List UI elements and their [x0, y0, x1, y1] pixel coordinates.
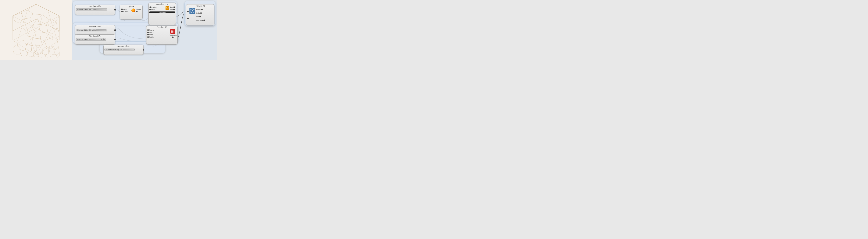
ns4-value: 14	[120, 49, 122, 51]
populate-3d-node[interactable]: Populate 3D Region Count Seed	[146, 25, 178, 45]
sphere-radius-port[interactable]	[121, 11, 123, 12]
svg-point-61	[174, 30, 175, 31]
sphere-radius-label: Radius	[123, 10, 128, 12]
ns4-label: Number Slider	[106, 49, 117, 51]
bb-title: Bounding Box	[149, 3, 176, 6]
pop3d-region-port[interactable]	[147, 29, 149, 31]
svg-point-53	[166, 7, 167, 8]
v3d-cells-port[interactable]	[200, 12, 202, 14]
ns3-value: 9	[101, 38, 102, 40]
bb-icon	[165, 6, 169, 10]
svg-point-60	[172, 30, 173, 31]
ns4-diamond	[117, 49, 120, 51]
sphere-base-port[interactable]	[121, 8, 123, 10]
pop3d-region-label: Region	[149, 29, 154, 31]
bb-plane-port[interactable]	[149, 9, 151, 10]
svg-point-66	[172, 32, 173, 33]
svg-point-64	[174, 31, 175, 32]
v3d-input2-port[interactable]	[187, 18, 189, 19]
bb-per-object: Per Object	[149, 11, 175, 14]
pop3d-output-port[interactable]	[172, 36, 174, 38]
svg-point-62	[171, 31, 172, 32]
bb-box2-label: Box	[170, 9, 173, 10]
ns3-output-port[interactable]	[114, 38, 116, 40]
v3d-boundary-port[interactable]	[204, 20, 205, 21]
pop3d-points-label: Points	[149, 36, 154, 38]
ns2-output-port[interactable]	[114, 29, 116, 31]
node-editor: Number Slider Number Slider 150 Sphere B…	[72, 0, 217, 60]
ns1-track[interactable]	[95, 9, 106, 10]
ns4-track[interactable]	[123, 49, 133, 50]
voronoi-3d-node[interactable]: Voronoi 3D	[186, 4, 214, 25]
v3d-icon	[189, 8, 195, 14]
number-slider-3-node[interactable]: Number Slider Number Slider 9	[75, 34, 115, 45]
bb-content-label: Content	[151, 6, 157, 8]
svg-point-55	[167, 8, 168, 8]
ns2-value: 133	[92, 29, 94, 31]
v3d-points-port[interactable]	[201, 9, 203, 10]
viewport	[0, 0, 72, 60]
main-area: Number Slider Number Slider 150 Sphere B…	[0, 0, 217, 60]
v3d-points-label: Points	[196, 8, 201, 10]
pop3d-count-port[interactable]	[147, 32, 149, 33]
bounding-box-node[interactable]: Bounding Box Content Plane	[148, 3, 176, 25]
bb-box1-label: Box	[170, 6, 173, 8]
ns3-slider[interactable]: Number Slider 9	[76, 38, 106, 41]
bb-plane-label: Plane	[151, 9, 155, 10]
v3d-boundary-label: Boundary	[196, 19, 203, 21]
ns2-label: Number Slider	[78, 29, 88, 31]
bb-box2-port[interactable]	[173, 9, 175, 10]
pop3d-points-port[interactable]	[147, 36, 149, 38]
ns2-title: Number Slider	[75, 25, 115, 28]
ns3-track[interactable]	[89, 39, 100, 40]
svg-point-65	[171, 32, 172, 33]
number-slider-4-node[interactable]: Number Slider Number Slider 14	[103, 45, 144, 55]
ns3-title: Number Slider	[75, 34, 115, 37]
v3d-box-port[interactable]	[199, 16, 201, 18]
svg-point-59	[171, 30, 172, 31]
sphere-out-label: Sphere	[136, 9, 141, 10]
pop3d-seed-label: Seed	[149, 34, 153, 36]
pop3d-count-label: Count	[149, 31, 153, 33]
ns1-label: Number Slider	[78, 9, 88, 10]
ns3-diamond	[102, 38, 105, 41]
pop3d-seed-port[interactable]	[147, 34, 149, 35]
svg-point-57	[168, 9, 169, 9]
ns1-value: 150	[92, 9, 94, 10]
ns1-output-port[interactable]	[114, 9, 116, 10]
sphere-title: Sphere	[120, 5, 143, 8]
number-slider-1-node[interactable]: Number Slider Number Slider 150	[75, 5, 115, 15]
ns1-diamond	[89, 9, 91, 11]
v3d-cells-label: Cells	[196, 12, 200, 14]
number-slider-2-node[interactable]: Number Slider Number Slider 133	[75, 25, 115, 35]
ns1-title: Number Slider	[75, 5, 115, 8]
v3d-input1-port[interactable]	[187, 10, 189, 12]
ns1-slider[interactable]: Number Slider 150	[76, 8, 107, 11]
bb-content-port[interactable]	[149, 6, 151, 8]
svg-point-54	[168, 7, 169, 8]
ns2-diamond	[89, 29, 91, 31]
pop3d-out-label: Population	[169, 34, 177, 36]
ns4-slider[interactable]: Number Slider 14	[104, 48, 134, 51]
sphere-node[interactable]: Sphere Base Radius Sphere	[120, 5, 143, 20]
v3d-box-label: Box	[196, 16, 199, 18]
wireframe-svg	[0, 0, 72, 60]
sphere-icon	[131, 8, 135, 12]
pop3d-title: Populate 3D	[147, 26, 177, 29]
svg-point-63	[172, 31, 173, 32]
sphere-base-label: Base	[123, 8, 127, 10]
svg-point-56	[166, 9, 167, 9]
sphere-output-port[interactable]	[136, 10, 137, 12]
v3d-title: Voronoi 3D	[186, 4, 214, 7]
ns4-output-port[interactable]	[143, 49, 144, 51]
pop3d-icon	[170, 29, 175, 34]
ns3-label: Number Slider	[78, 38, 88, 40]
ns2-slider[interactable]: Number Slider 133	[76, 29, 107, 31]
ns2-track[interactable]	[95, 29, 106, 31]
bb-box1-port[interactable]	[173, 6, 175, 8]
ns4-title: Number Slider	[104, 45, 144, 48]
svg-point-67	[174, 32, 175, 33]
